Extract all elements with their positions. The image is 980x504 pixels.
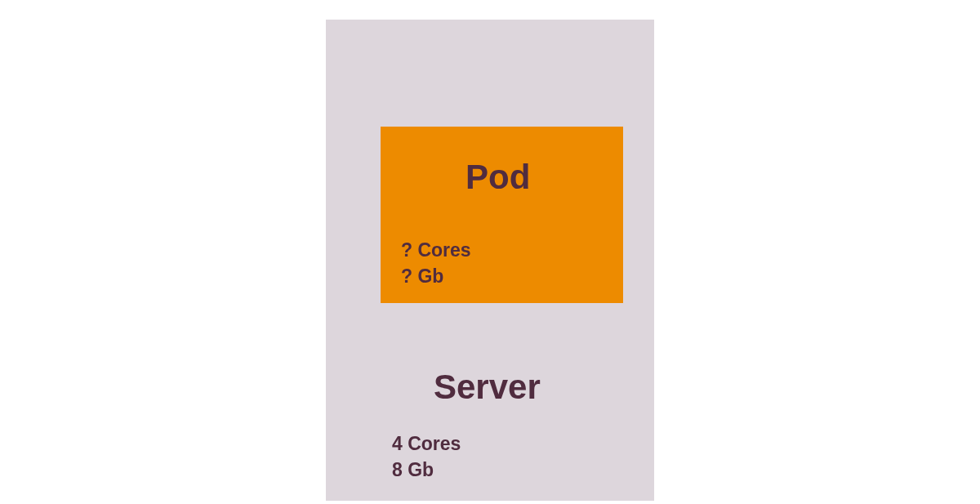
pod-title: Pod <box>466 158 530 197</box>
server-memory-label: 8 Gb <box>392 459 434 481</box>
pod-memory-label: ? Gb <box>401 265 443 288</box>
pod-cores-label: ? Cores <box>401 239 471 261</box>
server-cores-label: 4 Cores <box>392 433 461 455</box>
server-title: Server <box>434 368 541 407</box>
